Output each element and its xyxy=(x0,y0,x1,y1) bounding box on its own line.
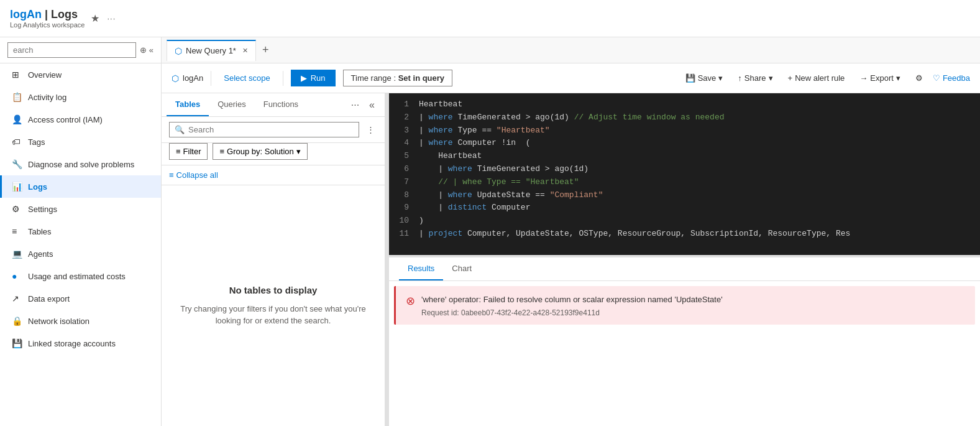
feedback-label: Feedba xyxy=(943,73,970,83)
line-content: | project Computer, UpdateState, OSType,… xyxy=(419,228,850,241)
line-number: 7 xyxy=(389,176,419,189)
main-layout: ⊕ « ⊞ Overview 📋 Activity log 👤 Access c… xyxy=(0,37,980,426)
export-button[interactable]: → Export ▾ xyxy=(854,71,905,85)
app-title-main: Logs xyxy=(51,8,78,21)
sidebar-item-activity-log[interactable]: 📋 Activity log xyxy=(0,86,161,108)
sidebar-nav: ⊞ Overview 📋 Activity log 👤 Access contr… xyxy=(0,63,161,426)
tab-chart[interactable]: Chart xyxy=(443,257,480,280)
sidebar-item-overview[interactable]: ⊞ Overview xyxy=(0,63,161,86)
tables-icon: ≡ xyxy=(12,226,23,236)
results-tabs: Results Chart xyxy=(389,257,980,281)
sidebar-item-label: Tables xyxy=(28,227,52,236)
app-subtitle: Log Analytics workspace xyxy=(10,21,85,29)
search-expand-icon[interactable]: ⊕ xyxy=(140,45,147,55)
line-number: 6 xyxy=(389,163,419,176)
sidebar-item-tables[interactable]: ≡ Tables xyxy=(0,220,161,243)
more-icon[interactable]: ··· xyxy=(107,14,116,23)
no-tables-desc: Try changing your filters if you don't s… xyxy=(174,303,372,327)
sidebar-item-tags[interactable]: 🏷 Tags xyxy=(0,131,161,153)
line-content: Heartbeat xyxy=(419,98,462,111)
panel-toolbar: 🔍 ⋮ xyxy=(162,117,385,143)
tab-workspace-icon: ⬡ xyxy=(175,46,182,56)
filter-button[interactable]: ≡ Filter xyxy=(169,143,208,160)
toolbar-divider-2 xyxy=(283,71,283,86)
search-options-icon[interactable]: ⋮ xyxy=(364,123,377,137)
line-content: // | whee Type == "Heartbeat" xyxy=(419,176,579,189)
panel-collapse-icon[interactable]: « xyxy=(364,95,380,116)
tab-results[interactable]: Results xyxy=(399,257,443,280)
code-line: 2| where TimeGenerated > ago(1d) // Adju… xyxy=(389,111,980,124)
export-dropdown-icon: ▾ xyxy=(896,73,900,83)
tab-tables[interactable]: Tables xyxy=(167,93,209,116)
tab-close-icon[interactable]: ✕ xyxy=(242,47,248,55)
code-editor[interactable]: 1Heartbeat2| where TimeGenerated > ago(1… xyxy=(389,93,980,255)
new-alert-label: New alert rule xyxy=(795,73,845,83)
search-input[interactable] xyxy=(188,125,354,134)
group-by-button[interactable]: ≡ Group by: Solution ▾ xyxy=(213,143,307,160)
no-tables-title: No tables to display xyxy=(229,285,318,295)
query-panel: Tables Queries Functions ··· « 🔍 ⋮ ≡ xyxy=(162,93,980,426)
sidebar-item-agents[interactable]: 💻 Agents xyxy=(0,243,161,265)
sidebar-search-input[interactable] xyxy=(7,42,136,58)
sidebar-item-logs[interactable]: 📊 Logs xyxy=(0,175,161,198)
line-number: 2 xyxy=(389,111,419,124)
collapse-all-label: Collapse all xyxy=(176,170,218,180)
export-icon: → xyxy=(859,73,868,83)
sidebar-item-settings[interactable]: ⚙ Settings xyxy=(0,198,161,220)
sidebar-item-label: Usage and estimated costs xyxy=(28,272,126,281)
no-tables-area: No tables to display Try changing your f… xyxy=(162,185,385,426)
collapse-all-button[interactable]: ≡ Collapse all xyxy=(169,170,218,180)
time-range-label: Time range : xyxy=(351,73,396,83)
line-content: | where Computer !in ( xyxy=(419,137,530,150)
diagnose-icon: 🔧 xyxy=(12,159,23,169)
sidebar-item-diagnose[interactable]: 🔧 Diagnose and solve problems xyxy=(0,153,161,175)
access-control-icon: 👤 xyxy=(12,114,23,124)
sidebar-item-data-export[interactable]: ↗ Data export xyxy=(0,287,161,310)
toolbar-divider xyxy=(211,71,211,86)
sidebar-item-label: Tags xyxy=(28,137,45,147)
star-icon[interactable]: ★ xyxy=(91,12,99,24)
sidebar-item-usage-costs[interactable]: ● Usage and estimated costs xyxy=(0,265,161,287)
header-icons: ★ ··· xyxy=(91,12,116,24)
sidebar-item-access-control[interactable]: 👤 Access control (IAM) xyxy=(0,108,161,131)
tab-add-button[interactable]: + xyxy=(257,41,274,59)
results-area: Results Chart ⊗ 'where' operator: Failed… xyxy=(389,257,980,426)
settings-icon: ⚙ xyxy=(12,204,23,214)
share-label: Share xyxy=(744,73,766,83)
run-button[interactable]: ▶ Run xyxy=(291,70,336,86)
code-line: 1Heartbeat xyxy=(389,98,980,111)
line-content: ) xyxy=(419,215,424,228)
share-button[interactable]: ↑ Share ▾ xyxy=(733,71,777,85)
tab-new-query[interactable]: ⬡ New Query 1* ✕ xyxy=(167,40,256,61)
tab-functions[interactable]: Functions xyxy=(255,93,307,116)
line-number: 4 xyxy=(389,137,419,150)
app-title: logAn | Logs xyxy=(10,8,85,21)
new-alert-rule-button[interactable]: + New alert rule xyxy=(783,71,850,85)
search-collapse-icon[interactable]: « xyxy=(149,45,153,55)
toolbar-settings-button[interactable]: ⚙ xyxy=(910,71,928,85)
filter-toolbar: ≡ Filter ≡ Group by: Solution ▾ xyxy=(162,143,385,165)
sidebar-item-network-isolation[interactable]: 🔒 Network isolation xyxy=(0,310,161,332)
line-number: 9 xyxy=(389,201,419,215)
tab-queries[interactable]: Queries xyxy=(209,93,255,116)
toolbar: ⬡ logAn Select scope ▶ Run Time range : … xyxy=(162,63,980,93)
sidebar-item-label: Overview xyxy=(28,70,62,80)
select-scope-button[interactable]: Select scope xyxy=(219,71,275,85)
error-banner: ⊗ 'where' operator: Failed to resolve co… xyxy=(394,286,975,325)
time-range-button[interactable]: Time range : Set in query xyxy=(343,70,453,86)
save-dropdown-icon: ▾ xyxy=(718,73,723,83)
code-line: 9 | distinct Computer xyxy=(389,201,980,215)
feedback-button[interactable]: ♡ Feedba xyxy=(933,73,970,83)
workspace-label: ⬡ logAn xyxy=(172,73,203,83)
tab-bar: ⬡ New Query 1* ✕ + xyxy=(162,37,980,63)
sidebar-item-linked-storage[interactable]: 💾 Linked storage accounts xyxy=(0,332,161,354)
export-label: Export xyxy=(870,73,894,83)
sidebar-item-label: Linked storage accounts xyxy=(28,339,116,348)
workspace-icon: ⬡ xyxy=(172,73,179,83)
save-button[interactable]: 💾 Save ▾ xyxy=(680,71,728,85)
error-content: 'where' operator: Failed to resolve colu… xyxy=(421,294,723,317)
workspace-name: logAn xyxy=(183,73,203,83)
panel-more-icon[interactable]: ··· xyxy=(346,95,364,116)
share-dropdown-icon: ▾ xyxy=(769,73,773,83)
new-alert-plus-icon: + xyxy=(788,73,793,83)
